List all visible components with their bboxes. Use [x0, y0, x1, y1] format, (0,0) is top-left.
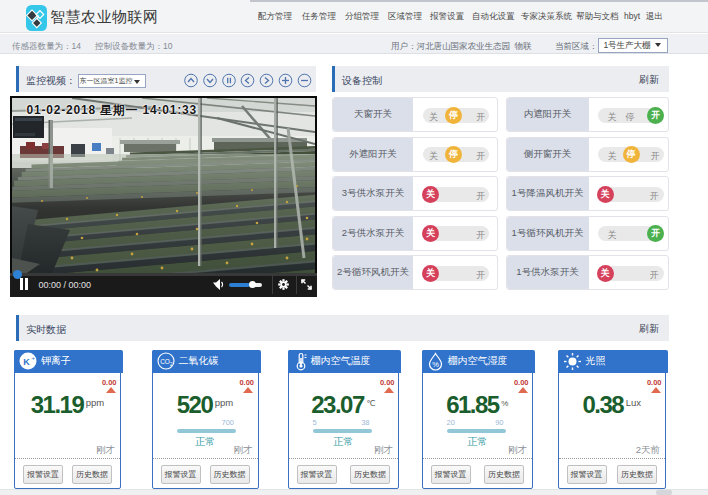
svg-text:+: + — [32, 355, 36, 361]
svg-text:%: % — [432, 359, 439, 368]
svg-text:CO: CO — [160, 358, 170, 365]
svg-text:K: K — [23, 357, 30, 367]
